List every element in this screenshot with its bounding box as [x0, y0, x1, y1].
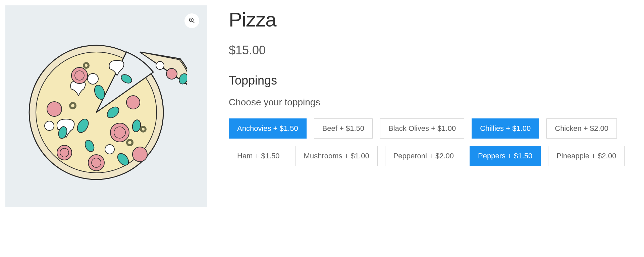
zoom-in-icon — [189, 17, 195, 25]
svg-point-28 — [88, 73, 98, 84]
topping-option[interactable]: Peppers + $1.50 — [470, 146, 541, 166]
svg-point-15 — [47, 102, 62, 116]
toppings-grid: Anchovies + $1.50Beef + $1.50Black Olive… — [229, 118, 639, 166]
topping-option[interactable]: Mushrooms + $1.00 — [296, 146, 378, 166]
topping-option[interactable]: Anchovies + $1.50 — [229, 118, 307, 139]
topping-option[interactable]: Chicken + $2.00 — [546, 118, 617, 139]
svg-point-7 — [156, 61, 164, 69]
product-image — [5, 5, 207, 207]
topping-option[interactable]: Beef + $1.50 — [314, 118, 373, 139]
svg-point-13 — [126, 96, 140, 109]
zoom-button[interactable] — [184, 13, 199, 28]
svg-point-30 — [105, 145, 114, 154]
svg-point-12 — [88, 155, 104, 171]
svg-point-11 — [57, 145, 72, 160]
svg-point-29 — [45, 121, 54, 131]
pizza-illustration — [26, 25, 187, 188]
product-title: Pizza — [229, 8, 639, 31]
topping-option[interactable]: Pineapple + $2.00 — [548, 146, 625, 166]
svg-point-6 — [166, 68, 177, 79]
topping-option[interactable]: Ham + $1.50 — [229, 146, 288, 166]
product-price: $15.00 — [229, 43, 639, 57]
svg-line-1 — [193, 21, 195, 23]
topping-option[interactable]: Chillies + $1.00 — [472, 118, 539, 139]
product-container: Pizza $15.00 Toppings Choose your toppin… — [5, 5, 639, 207]
product-details: Pizza $15.00 Toppings Choose your toppin… — [229, 5, 639, 207]
svg-point-10 — [110, 123, 129, 142]
toppings-subheading: Choose your toppings — [229, 97, 639, 108]
svg-point-14 — [132, 147, 147, 162]
topping-option[interactable]: Black Olives + $1.00 — [380, 118, 464, 139]
topping-option[interactable]: Pepperoni + $2.00 — [385, 146, 462, 166]
svg-point-9 — [71, 67, 88, 84]
toppings-heading: Toppings — [229, 73, 639, 88]
